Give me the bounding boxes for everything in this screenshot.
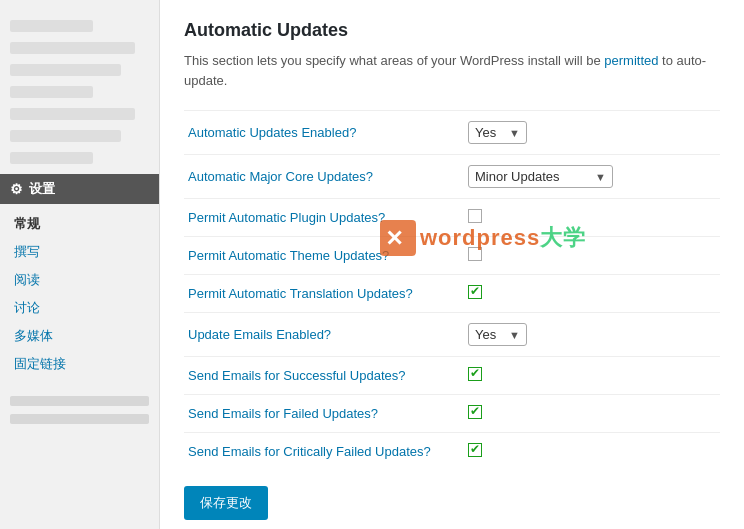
sidebar-top-blurred (0, 20, 159, 164)
label-major-core-updates[interactable]: Automatic Major Core Updates? (184, 155, 464, 199)
label-theme-updates[interactable]: Permit Automatic Theme Updates? (184, 237, 464, 275)
settings-nav: 常规 撰写 阅读 讨论 多媒体 固定链接 (0, 204, 159, 384)
select-auto-updates-enabled[interactable]: Yes No (469, 122, 503, 143)
label-email-critically-failed[interactable]: Send Emails for Critically Failed Update… (184, 433, 464, 471)
checkbox-theme-updates[interactable] (468, 247, 482, 261)
checkbox-email-critically-failed[interactable] (468, 443, 482, 457)
label-translation-updates[interactable]: Permit Automatic Translation Updates? (184, 275, 464, 313)
description-highlight: permitted (604, 53, 658, 68)
table-row: Update Emails Enabled? Yes No ▼ (184, 313, 720, 357)
gear-icon: ⚙ (10, 181, 23, 197)
sidebar-item-media[interactable]: 多媒体 (0, 322, 159, 350)
label-auto-updates-enabled[interactable]: Automatic Updates Enabled? (184, 111, 464, 155)
sidebar-blurred-5 (10, 108, 135, 120)
label-email-updates-enabled[interactable]: Update Emails Enabled? (184, 313, 464, 357)
checkbox-plugin-updates[interactable] (468, 209, 482, 223)
sidebar-blurred-3 (10, 64, 121, 76)
chevron-down-icon: ▼ (589, 171, 612, 183)
control-major-core-updates: Minor Updates All Updates No Updates ▼ (464, 155, 720, 199)
sidebar-item-discussion[interactable]: 讨论 (0, 294, 159, 322)
table-row: Automatic Major Core Updates? Minor Upda… (184, 155, 720, 199)
sidebar-blurred-bottom-2 (10, 414, 149, 424)
main-content: Automatic Updates This section lets you … (160, 0, 744, 529)
control-email-critically-failed (464, 433, 720, 471)
sidebar-settings-label: 设置 (29, 180, 55, 198)
select-wrapper-email-updates-enabled[interactable]: Yes No ▼ (468, 323, 527, 346)
sidebar-blurred-bottom-1 (10, 396, 149, 406)
chevron-down-icon: ▼ (503, 127, 526, 139)
sidebar-blurred-4 (10, 86, 93, 98)
label-email-successful[interactable]: Send Emails for Successful Updates? (184, 357, 464, 395)
label-email-failed[interactable]: Send Emails for Failed Updates? (184, 395, 464, 433)
checkbox-email-successful[interactable] (468, 367, 482, 381)
table-row: Permit Automatic Plugin Updates? (184, 199, 720, 237)
select-wrapper-major-core-updates[interactable]: Minor Updates All Updates No Updates ▼ (468, 165, 613, 188)
sidebar-item-writing[interactable]: 撰写 (0, 238, 159, 266)
table-row: Permit Automatic Theme Updates? (184, 237, 720, 275)
sidebar-item-general[interactable]: 常规 (0, 210, 159, 238)
control-plugin-updates (464, 199, 720, 237)
checkbox-email-failed[interactable] (468, 405, 482, 419)
sidebar-blurred-2 (10, 42, 135, 54)
settings-table: Automatic Updates Enabled? Yes No ▼ Auto… (184, 110, 720, 470)
sidebar-item-reading[interactable]: 阅读 (0, 266, 159, 294)
section-description: This section lets you specify what areas… (184, 51, 720, 90)
table-row: Send Emails for Successful Updates? (184, 357, 720, 395)
chevron-down-icon: ▼ (503, 329, 526, 341)
control-auto-updates-enabled: Yes No ▼ (464, 111, 720, 155)
control-translation-updates (464, 275, 720, 313)
page-title: Automatic Updates (184, 20, 720, 41)
sidebar-blurred-7 (10, 152, 93, 164)
sidebar: ⚙ 设置 常规 撰写 阅读 讨论 多媒体 固定链接 (0, 0, 160, 529)
sidebar-bottom-blurred (0, 396, 159, 424)
control-theme-updates (464, 237, 720, 275)
select-email-updates-enabled[interactable]: Yes No (469, 324, 503, 345)
control-email-failed (464, 395, 720, 433)
sidebar-blurred-1 (10, 20, 93, 32)
table-row: Automatic Updates Enabled? Yes No ▼ (184, 111, 720, 155)
label-plugin-updates[interactable]: Permit Automatic Plugin Updates? (184, 199, 464, 237)
sidebar-settings-header: ⚙ 设置 (0, 174, 159, 204)
table-row: Send Emails for Failed Updates? (184, 395, 720, 433)
table-row: Send Emails for Critically Failed Update… (184, 433, 720, 471)
sidebar-item-permalink[interactable]: 固定链接 (0, 350, 159, 378)
select-major-core-updates[interactable]: Minor Updates All Updates No Updates (469, 166, 589, 187)
control-email-successful (464, 357, 720, 395)
table-row: Permit Automatic Translation Updates? (184, 275, 720, 313)
sidebar-blurred-6 (10, 130, 121, 142)
save-button[interactable]: 保存更改 (184, 486, 268, 520)
control-email-updates-enabled: Yes No ▼ (464, 313, 720, 357)
select-wrapper-auto-updates-enabled[interactable]: Yes No ▼ (468, 121, 527, 144)
checkbox-translation-updates[interactable] (468, 285, 482, 299)
